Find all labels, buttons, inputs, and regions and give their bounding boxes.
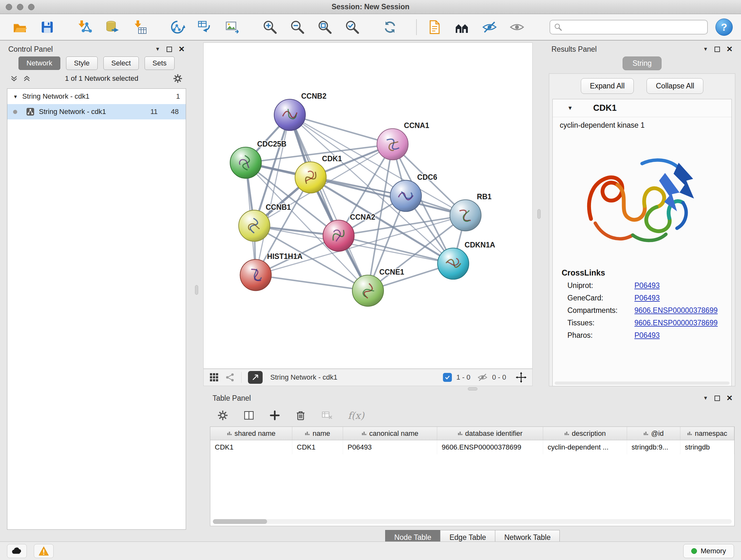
column-header[interactable]: database identifier [437,427,543,440]
float-panel-button[interactable] [715,47,720,52]
zoom-fit-button[interactable] [313,17,336,38]
network-collection-row[interactable]: ▼ String Network - cdk1 1 [7,89,186,104]
collapse-entry-icon[interactable]: ▼ [567,105,573,111]
help-button[interactable]: ? [716,18,733,36]
node-label-CCNB2: CCNB2 [301,92,327,100]
crosshair-move-icon[interactable] [516,372,527,383]
selected-checkbox-icon[interactable] [443,373,452,382]
network-edge-count: 48 [162,108,179,116]
network-edge-CCNB2-CCNE1[interactable] [290,115,368,291]
houses-icon [455,19,470,35]
export-image-button[interactable] [221,17,244,38]
expand-all-icon[interactable] [23,75,30,82]
gear-icon[interactable] [217,410,228,421]
network-edge-CCNE1-HIST1H1A[interactable] [256,275,368,291]
network-edge-CCNB2-HIST1H1A[interactable] [256,115,290,275]
splitter-handle[interactable] [537,209,541,219]
import-network-database-button[interactable] [101,17,124,38]
tab-string[interactable]: String [623,57,662,70]
zoom-in-button[interactable] [259,17,281,38]
chevron-down-icon[interactable]: ▼ [155,46,160,52]
refresh-button[interactable] [379,17,401,38]
crosslink-link[interactable]: 9606.ENSP00000378699 [634,319,718,327]
network-node-HIST1H1A[interactable] [240,259,271,291]
open-session-button[interactable] [8,17,31,38]
crosslink-link[interactable]: P06493 [634,281,660,290]
add-column-icon[interactable] [269,410,280,421]
chevron-down-icon[interactable]: ▼ [703,46,708,52]
table-row[interactable]: CDK1 CDK1 P06493 9606.ENSP00000378699 cy… [210,440,734,454]
save-session-button[interactable] [36,17,59,38]
column-header[interactable]: namespac [680,427,734,440]
zoom-selected-button[interactable] [341,17,364,38]
delete-column-trash-icon[interactable] [295,410,307,421]
footer-separator [241,372,242,383]
column-header[interactable]: @id [627,427,680,440]
column-header[interactable]: description [543,427,627,440]
network-table-button[interactable] [193,17,216,38]
network-from-selection-button[interactable] [166,17,189,38]
crosslink-link[interactable]: 9606.ENSP00000378699 [634,306,718,315]
crosslink-link[interactable]: P06493 [634,294,660,302]
houses-button[interactable] [451,17,474,38]
node-label-RB1: RB1 [477,192,491,201]
column-type-icon [643,431,649,436]
close-panel-button[interactable]: ✕ [179,45,185,53]
open-view-in-window-button[interactable] [248,371,263,384]
crosslink-link[interactable]: P06493 [634,331,660,340]
network-node-CDK1[interactable] [295,162,326,193]
tab-style[interactable]: Style [66,57,98,70]
network-canvas[interactable]: CCNB2CCNA1CDC25BCDK1CDC6RB1CCNB1CCNA2CDK… [204,43,532,368]
node-label-CCNE1: CCNE1 [380,268,404,276]
tab-select[interactable]: Select [104,57,139,70]
network-node-CDC25B[interactable] [230,147,261,179]
chevron-down-icon[interactable]: ▼ [703,395,708,401]
network-row[interactable]: String Network - cdk1 11 48 [7,104,186,119]
splitter-handle[interactable] [195,285,198,295]
network-node-CCNA2[interactable] [323,220,354,251]
annotation-document-button[interactable] [423,17,446,38]
column-header[interactable]: shared name [210,427,292,440]
tab-network[interactable]: Network [18,57,60,70]
network-node-CDKN1A[interactable] [437,248,469,279]
network-node-CCNB2[interactable] [274,99,306,131]
column-header[interactable]: name [292,427,343,440]
crosslink-row: Compartments: 9606.ENSP00000378699 [553,302,731,315]
split-columns-icon[interactable] [243,410,255,421]
warnings-button[interactable] [34,544,54,558]
splitter-handle[interactable] [468,387,477,390]
float-panel-button[interactable] [715,395,720,401]
network-label: String Network - cdk1 [39,108,106,116]
close-panel-button[interactable]: ✕ [726,394,733,402]
share-network-icon[interactable] [225,373,235,382]
hide-selection-button[interactable] [478,17,501,38]
float-panel-button[interactable] [166,47,172,52]
collapse-all-button[interactable]: Collapse All [647,78,703,94]
network-node-CCNB1[interactable] [239,210,270,241]
close-panel-button[interactable]: ✕ [726,45,733,53]
gear-icon[interactable] [173,73,183,84]
zoom-out-button[interactable] [286,17,309,38]
close-window-button[interactable] [6,4,12,10]
results-scrollbar[interactable] [555,381,730,385]
minimize-window-button[interactable] [17,4,23,10]
expand-all-button[interactable]: Expand All [581,78,634,94]
birds-eye-grid-icon[interactable] [209,373,219,382]
show-all-button[interactable] [506,17,529,38]
tree-expanded-icon[interactable]: ▼ [13,94,18,99]
hidden-eye-slash-icon[interactable] [477,372,488,382]
import-table-button[interactable] [128,17,151,38]
search-input[interactable] [565,21,703,33]
collapse-all-icon[interactable] [10,75,18,82]
zoom-window-button[interactable] [28,4,35,10]
cloud-status-button[interactable] [7,544,27,558]
network-node-CCNE1[interactable] [352,275,384,306]
scrollbar-thumb[interactable] [213,519,267,524]
network-node-CDC6[interactable] [390,180,421,212]
column-header[interactable]: canonical name [343,427,437,440]
tab-sets[interactable]: Sets [145,57,175,70]
network-node-CCNA1[interactable] [377,129,408,160]
import-network-file-button[interactable] [73,17,96,38]
memory-button[interactable]: Memory [683,544,734,558]
network-node-RB1[interactable] [450,199,481,231]
